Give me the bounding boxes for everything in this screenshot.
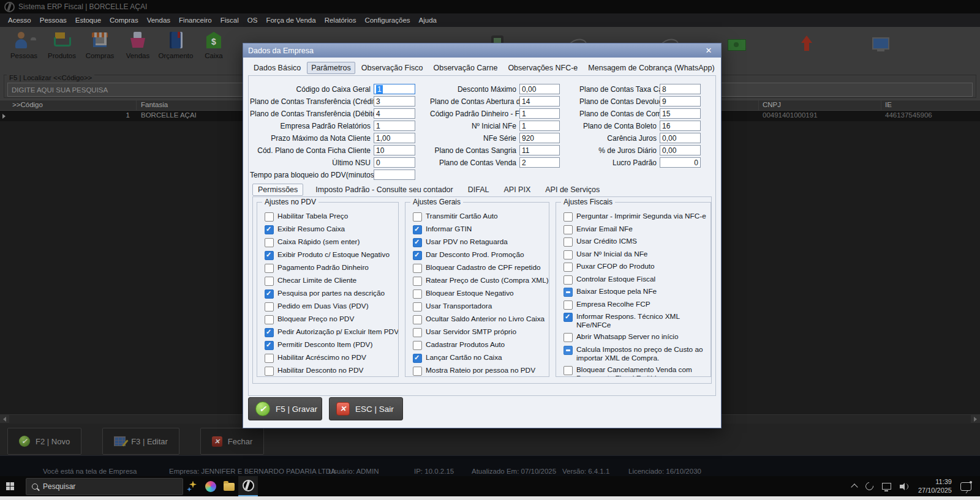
field-input[interactable]: 15 bbox=[660, 108, 701, 119]
checkbox[interactable] bbox=[413, 238, 422, 247]
toolbar-button[interactable]: Caixa bbox=[195, 27, 233, 71]
field-input[interactable]: 2 bbox=[519, 157, 560, 168]
checkbox-row[interactable]: Transmitir Cartão Auto bbox=[413, 212, 546, 222]
checkbox-row[interactable]: Exibir Resumo Caixa bbox=[265, 225, 396, 234]
editar-button[interactable]: F3 | Editar bbox=[102, 428, 179, 455]
checkbox[interactable] bbox=[564, 237, 573, 247]
dialog-title-bar[interactable]: Dados da Empresa ✕ bbox=[243, 43, 721, 58]
erp-taskbar-button[interactable] bbox=[238, 476, 258, 496]
toolbar-button[interactable]: Vendas bbox=[119, 27, 157, 71]
checkbox-row[interactable]: Dar Desconto Prod. Promoção bbox=[413, 251, 546, 260]
checkbox-row[interactable]: Perguntar - Imprimir Segunda via NFC-e bbox=[564, 212, 708, 222]
menu-item[interactable]: Ajuda bbox=[415, 17, 441, 24]
sync-icon[interactable] bbox=[864, 480, 875, 491]
copilot-button[interactable] bbox=[202, 476, 220, 496]
checkbox[interactable] bbox=[413, 251, 422, 260]
menu-item[interactable]: OS bbox=[243, 17, 262, 24]
field-input[interactable]: 3 bbox=[374, 96, 415, 106]
checkbox[interactable] bbox=[413, 367, 422, 376]
checkbox-row[interactable]: Ocultar Saldo Anterior no Livro Caixa bbox=[413, 315, 546, 324]
checkbox-row[interactable]: Pedido em Duas Vias (PDV) bbox=[265, 302, 396, 312]
checkbox[interactable] bbox=[564, 346, 573, 355]
checkbox[interactable] bbox=[564, 212, 573, 222]
checkbox[interactable] bbox=[564, 275, 573, 285]
menu-item[interactable]: Configurações bbox=[360, 17, 414, 24]
field-input[interactable]: 16 bbox=[660, 121, 701, 131]
checkbox-row[interactable]: Exibir Produto c/ Estoque Negativo bbox=[265, 251, 396, 260]
checkbox[interactable] bbox=[564, 225, 573, 234]
field-input[interactable]: 8 bbox=[660, 84, 701, 94]
checkbox[interactable] bbox=[265, 212, 274, 222]
checkbox[interactable] bbox=[413, 212, 422, 222]
field-input[interactable]: 1 bbox=[519, 108, 560, 119]
checkbox[interactable] bbox=[265, 315, 274, 324]
checkbox-row[interactable]: Puxar CFOP do Produto bbox=[564, 263, 708, 272]
gravar-button[interactable]: F5 | Gravar bbox=[248, 397, 322, 420]
toolbar-button[interactable]: Produtos bbox=[43, 27, 81, 71]
taskbar-search[interactable]: Pesquisar bbox=[26, 478, 183, 495]
menu-item[interactable]: Estoque bbox=[71, 17, 105, 24]
close-icon[interactable]: ✕ bbox=[701, 45, 716, 56]
checkbox[interactable] bbox=[265, 341, 274, 350]
checkbox[interactable] bbox=[413, 315, 422, 324]
field-input[interactable]: 4 bbox=[374, 108, 415, 119]
checkbox[interactable] bbox=[413, 328, 422, 337]
checkbox-row[interactable]: Ratear Preço de Custo (Compra XML) bbox=[413, 277, 546, 286]
checkbox-row[interactable]: Usar PDV no Retaguarda bbox=[413, 238, 546, 247]
taskbar-clock[interactable]: 11:39 27/10/2025 bbox=[918, 478, 952, 495]
checkbox-row[interactable]: Mostra Rateio por pessoa no PDV bbox=[413, 367, 546, 376]
checkbox[interactable] bbox=[413, 341, 422, 350]
menu-item[interactable]: Pessoas bbox=[36, 17, 71, 24]
checkbox-row[interactable]: Pagamento Padrão Dinheiro bbox=[265, 264, 396, 273]
checkbox-row[interactable]: Usar Nº Inicial da NFe bbox=[564, 250, 708, 259]
checkbox-row[interactable]: Habilitar Desconto no PDV bbox=[265, 367, 396, 376]
checkbox[interactable] bbox=[564, 333, 573, 342]
checkbox-row[interactable]: Informar Respons. Técnico XML NFe/NFCe bbox=[564, 313, 708, 330]
checkbox-row[interactable]: Usar Servidor SMTP próprio bbox=[413, 328, 546, 337]
checkbox[interactable] bbox=[413, 264, 422, 273]
field-input[interactable]: 1 bbox=[374, 121, 415, 131]
field-input[interactable]: 1,00 bbox=[374, 133, 415, 143]
speaker-icon[interactable] bbox=[900, 483, 910, 490]
checkbox[interactable] bbox=[413, 354, 422, 363]
menu-item[interactable]: Financeiro bbox=[175, 17, 216, 24]
checkbox-row[interactable]: Cadastrar Produtos Auto bbox=[413, 341, 546, 350]
checkbox[interactable] bbox=[265, 238, 274, 247]
field-input[interactable]: 0,00 bbox=[660, 145, 701, 155]
checkbox[interactable] bbox=[564, 366, 573, 375]
checkbox-row[interactable]: Baixar Estoque pela NFe bbox=[564, 288, 708, 297]
dialog-tab[interactable]: Dados Básico bbox=[249, 62, 305, 74]
checkbox[interactable] bbox=[413, 302, 422, 312]
field-input[interactable]: 920 bbox=[519, 133, 560, 143]
checkbox-row[interactable]: Pedir Autorização p/ Excluir Item PDV bbox=[265, 328, 396, 337]
field-input[interactable]: 0,00 bbox=[519, 84, 560, 94]
checkbox[interactable] bbox=[265, 277, 274, 286]
chevron-up-icon[interactable] bbox=[851, 483, 858, 490]
network-icon[interactable] bbox=[882, 483, 891, 490]
checkbox-row[interactable]: Usar Crédito ICMS bbox=[564, 237, 708, 247]
checkbox[interactable] bbox=[265, 367, 274, 376]
checkbox-row[interactable]: Pesquisa por partes na descrição bbox=[265, 289, 396, 299]
start-button[interactable] bbox=[0, 476, 24, 496]
field-input[interactable]: 0,00 bbox=[660, 133, 701, 143]
field-input[interactable]: 9 bbox=[660, 96, 701, 106]
checkbox[interactable] bbox=[265, 302, 274, 312]
novo-button[interactable]: F2 | Novo bbox=[7, 428, 81, 455]
checkbox-row[interactable]: Checar Limite de Cliente bbox=[265, 277, 396, 286]
notifications-icon[interactable] bbox=[960, 482, 971, 491]
sub-tab[interactable]: Permissões bbox=[252, 184, 303, 196]
menu-item[interactable]: Acesso bbox=[4, 17, 36, 24]
dialog-tab[interactable]: Mensagem de Cobrança (WhatsApp) bbox=[584, 62, 718, 74]
field-input[interactable]: 10 bbox=[374, 145, 415, 155]
checkbox-row[interactable]: Habilitar Acréscimo no PDV bbox=[265, 354, 396, 363]
field-input[interactable] bbox=[374, 170, 415, 180]
checkbox-row[interactable]: Bloquear Preço no PDV bbox=[265, 315, 396, 324]
menu-item[interactable]: Fiscal bbox=[216, 17, 243, 24]
checkbox-row[interactable]: Enviar Email NFe bbox=[564, 225, 708, 234]
checkbox-row[interactable]: Informar GTIN bbox=[413, 225, 546, 234]
fechar-button[interactable]: Fechar bbox=[200, 428, 264, 455]
checkbox-row[interactable]: Abrir Whatsapp Server no início bbox=[564, 333, 708, 342]
dialog-tab[interactable]: Observações NFC-e bbox=[503, 62, 582, 74]
sair-button[interactable]: ESC | Sair bbox=[329, 397, 403, 420]
toolbar-button[interactable]: Orçamento bbox=[157, 27, 195, 71]
